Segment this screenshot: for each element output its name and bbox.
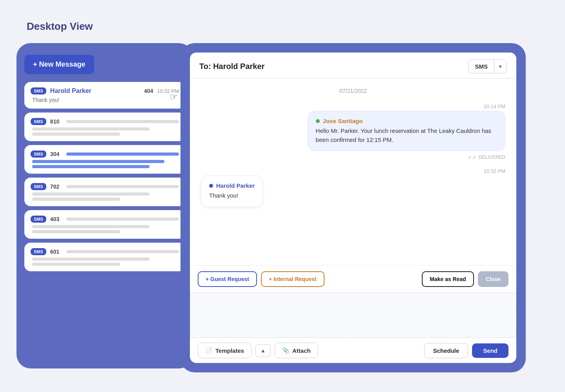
compose-textarea[interactable]: [190, 293, 516, 336]
message-panel: To: Harold Parker SMS ▾ 07/21/2022 10:14…: [180, 43, 526, 372]
line-placeholder: [66, 120, 179, 123]
conv-lines-4: [31, 192, 179, 201]
message-to: To: Harold Parker: [199, 62, 264, 71]
bubble-sender-1: Jose Santiago: [316, 118, 497, 124]
sms-badge-2: SMS: [31, 118, 46, 125]
conv-number-2: 810: [50, 118, 59, 125]
line-placeholder: [32, 230, 120, 233]
conv-lines-2: [31, 127, 179, 136]
cursor-icon: ☞: [170, 91, 178, 102]
sms-badge-5: SMS: [31, 216, 46, 223]
attach-button[interactable]: 📎 Attach: [275, 343, 318, 358]
conversation-item-harold[interactable]: SMS Harold Parker 404 10:32 PM Thank you…: [24, 82, 185, 109]
line-placeholder: [66, 218, 179, 221]
line-placeholder: [32, 263, 120, 266]
message-bubble-2: Harold Parker Thank you!: [201, 176, 263, 207]
guest-request-button[interactable]: + Guest Request: [198, 271, 257, 287]
sender-dot-blue: [209, 184, 213, 188]
message-content-wrapper: 07/21/2022 10:14 PM Jose Santiago Hello …: [190, 78, 516, 363]
message-meta-2: . 10:32 PM: [201, 168, 505, 174]
chat-area: 07/21/2022 10:14 PM Jose Santiago Hello …: [190, 78, 516, 265]
conversation-item-3[interactable]: SMS 304: [24, 145, 185, 174]
message-row-2: . 10:32 PM Harold Parker Thank you!: [201, 168, 505, 207]
mark-as-read-button[interactable]: Make as Read: [422, 271, 474, 287]
message-timestamp-2: 10:32 PM: [483, 168, 505, 174]
sms-badge-4: SMS: [31, 183, 46, 190]
message-timestamp-1: 10:14 PM: [483, 103, 505, 109]
sms-badge-3: SMS: [31, 151, 46, 158]
conv-number-harold: 404: [144, 88, 153, 94]
new-message-button[interactable]: + New Message: [24, 55, 94, 74]
line-placeholder: [66, 185, 179, 188]
bubble-text-2: Thank you!: [209, 191, 255, 200]
compose-toolbar: 📄 Templates ▲ 📎 Attach Schedule Send: [190, 338, 516, 363]
delivered-badge: ✓✓ DELIVERED: [468, 154, 505, 160]
internal-request-button[interactable]: + Internal Request: [261, 271, 324, 287]
message-bubble-1: Jose Santiago Hello Mr. Parker. Your lun…: [308, 111, 505, 151]
conv-lines-5: [31, 225, 179, 233]
templates-icon: 📄: [205, 347, 213, 354]
bubble-sender-2: Harold Parker: [209, 182, 255, 189]
sms-badge: SMS: [31, 87, 46, 94]
conv-preview-harold: Thank you!: [31, 97, 179, 103]
sms-type-selector[interactable]: SMS ▾: [468, 60, 507, 73]
conversation-item-5[interactable]: SMS 403: [24, 210, 185, 239]
page-title: Desktop View: [27, 20, 93, 33]
sms-type-arrow-icon[interactable]: ▾: [494, 60, 507, 73]
templates-label: Templates: [215, 347, 244, 354]
message-row-1: 10:14 PM Jose Santiago Hello Mr. Parker.…: [201, 103, 505, 160]
bubble-text-1: Hello Mr. Parker. Your lunch reservation…: [316, 127, 497, 144]
line-placeholder-blue: [66, 152, 179, 156]
conv-number-5: 403: [50, 216, 59, 222]
conversation-item-4[interactable]: SMS 702: [24, 178, 185, 206]
expand-templates-button[interactable]: ▲: [255, 344, 271, 357]
conv-number-6: 601: [50, 249, 59, 255]
templates-button[interactable]: 📄 Templates: [198, 343, 252, 358]
schedule-button[interactable]: Schedule: [424, 343, 468, 358]
conversation-list: SMS Harold Parker 404 10:32 PM Thank you…: [24, 82, 185, 271]
send-button[interactable]: Send: [472, 343, 508, 358]
conversation-item-6[interactable]: SMS 601: [24, 243, 185, 271]
sms-type-label: SMS: [468, 60, 494, 73]
sms-badge-6: SMS: [31, 248, 46, 255]
conv-number-4: 702: [50, 183, 59, 190]
close-button[interactable]: Close: [478, 271, 508, 287]
phone-frame: + New Message SMS Harold Parker 404 10:3…: [16, 43, 193, 368]
line-placeholder: [32, 132, 120, 136]
conv-name-harold: Harold Parker: [50, 87, 140, 94]
action-bar: + Guest Request + Internal Request Make …: [190, 265, 516, 292]
line-placeholder: [32, 192, 149, 196]
line-placeholder-blue: [32, 165, 149, 168]
line-placeholder: [32, 127, 149, 131]
page-wrapper: Desktop View + New Message SMS Harold Pa…: [0, 0, 565, 392]
conversation-item-2[interactable]: SMS 810: [24, 113, 185, 141]
line-placeholder: [32, 225, 149, 228]
message-header: To: Harold Parker SMS ▾: [190, 53, 516, 78]
attach-label: Attach: [292, 347, 311, 354]
sender-dot-green: [316, 119, 320, 123]
compose-area[interactable]: [190, 292, 516, 338]
line-placeholder-blue: [32, 160, 164, 163]
line-placeholder: [32, 198, 120, 201]
conv-lines-6: [31, 258, 179, 266]
line-placeholder: [66, 250, 179, 253]
attach-icon: 📎: [282, 347, 290, 354]
conv-lines-3: [31, 160, 179, 168]
date-separator: 07/21/2022: [201, 86, 505, 96]
line-placeholder: [32, 258, 149, 261]
conv-number-3: 304: [50, 151, 59, 157]
